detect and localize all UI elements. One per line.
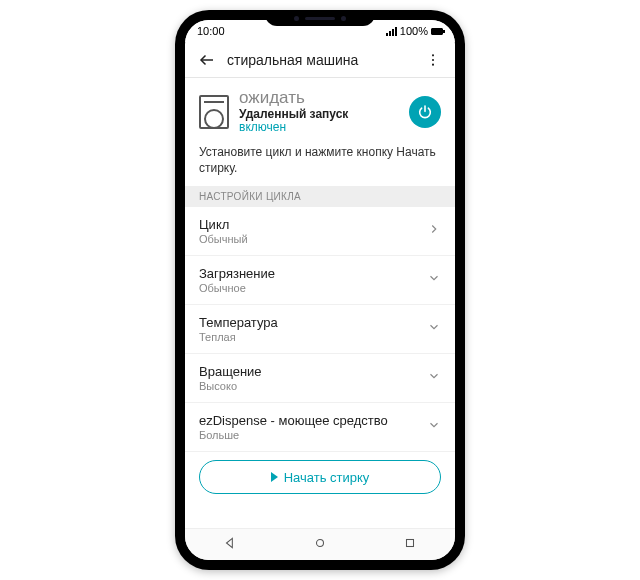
svg-point-3 (432, 63, 434, 65)
setting-value: Высоко (199, 380, 262, 392)
battery-percent: 100% (400, 25, 428, 37)
setting-label: Загрязнение (199, 266, 275, 281)
setting-value: Больше (199, 429, 388, 441)
nav-home-icon[interactable] (313, 536, 327, 554)
start-wash-button[interactable]: Начать стирку (199, 460, 441, 494)
nav-recent-icon[interactable] (403, 536, 417, 554)
status-sub: Удаленный запуск (239, 108, 399, 122)
svg-point-2 (432, 58, 434, 60)
chevron-down-icon (427, 418, 441, 436)
power-button[interactable] (409, 96, 441, 128)
section-header-cycle-settings: НАСТРОЙКИ ЦИКЛА (185, 186, 455, 207)
notch (265, 10, 375, 26)
setting-label: Вращение (199, 364, 262, 379)
setting-label: Температура (199, 315, 278, 330)
back-icon[interactable] (195, 48, 219, 72)
svg-point-6 (317, 539, 324, 546)
start-wash-label: Начать стирку (284, 470, 370, 485)
status-enabled: включен (239, 121, 399, 135)
setting-row-spin[interactable]: Вращение Высоко (185, 354, 455, 403)
content-scroll[interactable]: ожидать Удаленный запуск включен Установ… (185, 78, 455, 528)
setting-row-soil[interactable]: Загрязнение Обычное (185, 256, 455, 305)
play-icon (271, 472, 278, 482)
chevron-down-icon (427, 369, 441, 387)
setting-row-cycle[interactable]: Цикл Обычный (185, 207, 455, 256)
setting-label: Цикл (199, 217, 248, 232)
phone-frame: 10:00 100% стиральная машина ожидать Уда (175, 10, 465, 570)
clock: 10:00 (197, 25, 225, 37)
instruction-text: Установите цикл и нажмите кнопку Начать … (185, 141, 455, 186)
setting-value: Теплая (199, 331, 278, 343)
android-nav-bar (185, 528, 455, 560)
device-status-block: ожидать Удаленный запуск включен (185, 78, 455, 141)
washing-machine-icon (199, 95, 229, 129)
svg-rect-7 (407, 539, 414, 546)
battery-icon (431, 28, 443, 35)
signal-icon (386, 27, 397, 36)
setting-row-ezdispense[interactable]: ezDispense - моющее средство Больше (185, 403, 455, 452)
chevron-down-icon (427, 271, 441, 289)
status-main: ожидать (239, 88, 399, 108)
setting-label: ezDispense - моющее средство (199, 413, 388, 428)
chevron-down-icon (427, 320, 441, 338)
setting-row-temperature[interactable]: Температура Теплая (185, 305, 455, 354)
app-bar: стиральная машина (185, 42, 455, 78)
more-icon[interactable] (421, 48, 445, 72)
svg-point-1 (432, 54, 434, 56)
chevron-right-icon (427, 222, 441, 240)
screen: 10:00 100% стиральная машина ожидать Уда (185, 20, 455, 560)
nav-back-icon[interactable] (223, 536, 237, 554)
setting-value: Обычный (199, 233, 248, 245)
page-title: стиральная машина (227, 52, 413, 68)
setting-value: Обычное (199, 282, 275, 294)
svg-marker-5 (227, 538, 233, 547)
